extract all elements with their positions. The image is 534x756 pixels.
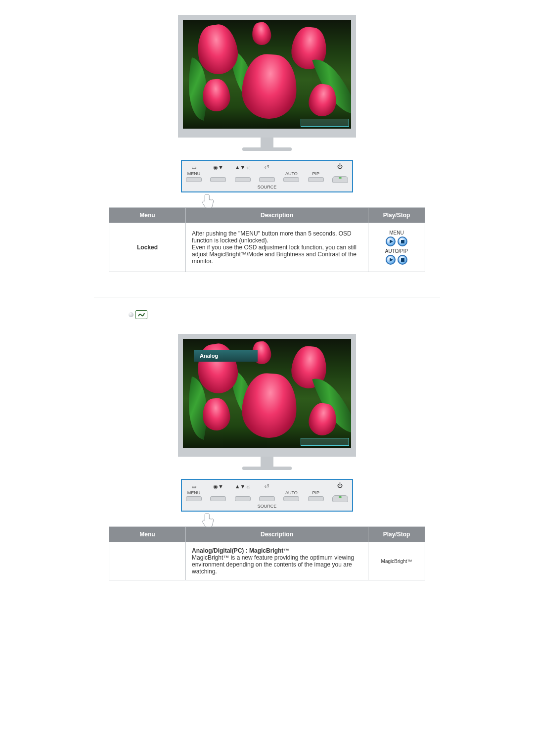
desc-body: MagicBright™ is a new feature providing … (192, 554, 354, 575)
cp-pip-label: PIP (312, 171, 319, 176)
cp-pip: PIP (308, 484, 324, 501)
table-locked: Menu Description Play/Stop Locked After … (109, 207, 425, 272)
cp-power: ⏻ (332, 483, 348, 502)
tulip-photo (183, 20, 351, 129)
arrow-down-icon (330, 455, 336, 457)
desc-title: Analog/Digital(PC) : MagicBright™ (192, 547, 289, 554)
table-row: Analog/Digital(PC) : MagicBright™ MagicB… (109, 542, 425, 580)
osd-analog-label: Analog (194, 350, 258, 362)
cell-playstop: MENU AUTO/PIP (368, 223, 425, 272)
stop-button[interactable] (398, 255, 407, 265)
cp-source-label: SOURCE (186, 185, 348, 189)
cp-bright: ▲▼☼ (235, 165, 251, 182)
cp-power: ⏻ (332, 164, 348, 183)
cp-bright: ▲▼☼ (235, 484, 251, 501)
pointing-hand-icon (202, 193, 215, 209)
menu-icon: ▭ (191, 165, 196, 170)
cell-playstop: MagicBright™ (368, 542, 425, 580)
cp-enter: ⏎ (259, 165, 275, 182)
monitor-illustration-2: Analog ▭ MENU ◉▼ ▲▼☼ (178, 334, 356, 512)
power-icon: ⏻ (337, 483, 343, 488)
section-locked: ▭ MENU ◉▼ ▲▼☼ ⏎ (10, 15, 524, 272)
cell-description: Analog/Digital(PC) : MagicBright™ MagicB… (186, 542, 368, 580)
bright-icon: ▲▼☼ (235, 484, 251, 489)
cp-menu-label: MENU (187, 490, 201, 495)
th-playstop: Play/Stop (368, 527, 425, 542)
section-magicbright: Analog ▭ MENU ◉▼ ▲▼☼ (10, 334, 524, 580)
table-row: Locked After pushing the "MENU" button m… (109, 223, 425, 272)
play-label-magicbright: MagicBright™ (374, 559, 419, 564)
monitor-screen: Analog (178, 334, 356, 457)
control-panel: ▭ MENU ◉▼ ▲▼☼ ⏎ (181, 479, 353, 512)
bright-icon: ▲▼☼ (235, 165, 251, 170)
mode-icon: ◉▼ (213, 484, 223, 489)
th-description: Description (186, 208, 368, 223)
cell-menu: Locked (109, 223, 186, 272)
play-button[interactable] (386, 236, 396, 246)
play-label-menu: MENU (374, 230, 419, 236)
cp-auto-label: AUTO (285, 490, 298, 495)
tulip-photo: Analog (183, 339, 351, 448)
play-button[interactable] (386, 255, 396, 265)
stop-button[interactable] (398, 236, 407, 246)
enter-icon: ⏎ (265, 165, 269, 170)
table-magicbright: Menu Description Play/Stop Analog/Digita… (109, 526, 425, 580)
th-menu: Menu (109, 527, 186, 542)
section-heading-badge (89, 310, 445, 319)
cell-description: After pushing the "MENU" button more tha… (186, 223, 368, 272)
th-menu: Menu (109, 208, 186, 223)
power-icon: ⏻ (337, 164, 343, 169)
cp-auto-label: AUTO (285, 171, 298, 176)
monitor-screen (178, 15, 356, 138)
cp-auto: AUTO (283, 484, 299, 501)
cp-mode: ◉▼ (210, 484, 226, 501)
cp-menu: ▭ MENU (186, 484, 202, 501)
cp-source-label: SOURCE (186, 504, 348, 509)
screen-callout-box (301, 438, 349, 446)
pointing-hand-icon (202, 513, 215, 528)
monitor-illustration-1: ▭ MENU ◉▼ ▲▼☼ ⏎ (178, 15, 356, 192)
control-panel: ▭ MENU ◉▼ ▲▼☼ ⏎ (181, 160, 353, 192)
bullet-dot-icon (129, 312, 134, 317)
screen-callout-box (301, 119, 349, 127)
cp-enter: ⏎ (259, 484, 275, 501)
cell-menu (109, 542, 186, 580)
menu-icon: ▭ (191, 484, 196, 489)
cp-pip: PIP (308, 165, 324, 182)
cp-menu-label: MENU (187, 171, 201, 176)
mode-icon: ◉▼ (213, 165, 223, 170)
section-divider (94, 297, 440, 297)
enter-icon: ⏎ (265, 484, 269, 489)
play-label-autopip: AUTO/PIP (374, 248, 419, 254)
th-playstop: Play/Stop (368, 208, 425, 223)
cp-auto: AUTO (283, 165, 299, 182)
cp-pip-label: PIP (312, 490, 319, 495)
th-description: Description (186, 527, 368, 542)
arrow-down-icon (330, 136, 336, 138)
cp-menu: ▭ MENU (186, 165, 202, 182)
cp-mode: ◉▼ (210, 165, 226, 182)
mode-badge-icon (135, 310, 147, 319)
